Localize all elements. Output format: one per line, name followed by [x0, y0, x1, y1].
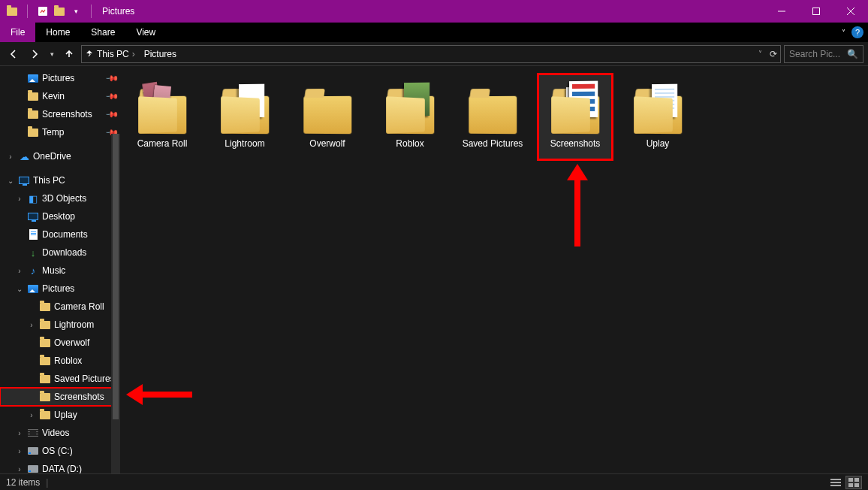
pc-icon	[18, 174, 30, 186]
tree-documents[interactable]: Documents	[0, 225, 120, 243]
pin-icon: 📌	[104, 71, 119, 85]
tree-label: Kevin	[42, 91, 65, 101]
tree-screenshots[interactable]: Screenshots	[0, 388, 120, 406]
qat-dropdown-icon[interactable]: ▾	[70, 5, 82, 17]
folder-label: Uplay	[646, 138, 670, 149]
document-icon	[27, 228, 39, 240]
breadcrumb-label: This PC	[97, 49, 129, 59]
folder-uplay[interactable]: Uplay	[620, 74, 695, 160]
collapse-icon[interactable]: ⌄	[6, 177, 15, 185]
svg-rect-6	[830, 482, 841, 483]
content-pane[interactable]: Camera Roll Lightroom Overwolf Roblox Sa…	[120, 66, 868, 473]
folder-savedpictures[interactable]: Saved Pictures	[455, 74, 530, 160]
tree-onedrive[interactable]: ›OneDrive	[0, 147, 120, 165]
download-icon	[27, 247, 39, 259]
folder-lightroom[interactable]: Lightroom	[207, 74, 282, 160]
tree-label: Saved Pictures	[54, 374, 115, 384]
quick-access-pictures[interactable]: Pictures📌	[0, 69, 120, 87]
tab-view[interactable]: View	[125, 23, 166, 42]
tree-label: Music	[42, 265, 65, 276]
tree-label: Screenshots	[42, 109, 92, 119]
tree-label: Downloads	[42, 247, 86, 258]
tab-file[interactable]: File	[0, 23, 35, 42]
status-item-count: 12 items	[6, 477, 40, 488]
close-button[interactable]	[833, 0, 868, 23]
status-bar: 12 items |	[0, 473, 868, 490]
maximize-button[interactable]	[799, 0, 833, 23]
ribbon-tabs: File Home Share View ˅ ?	[0, 23, 868, 42]
folder-label: Lightroom	[225, 138, 264, 149]
folder-screenshots[interactable]: Screenshots	[538, 74, 613, 160]
music-icon	[27, 265, 39, 277]
tree-label: Uplay	[54, 410, 77, 420]
pin-icon: 📌	[104, 89, 119, 103]
address-bar[interactable]: › This PC› Pictures ˅ ⟳	[81, 45, 781, 63]
search-icon: 🔍	[847, 49, 858, 59]
up-button[interactable]	[60, 45, 78, 63]
view-details-button[interactable]	[827, 476, 844, 489]
minimize-button[interactable]	[764, 0, 799, 23]
tree-label: Temp	[42, 127, 64, 138]
tree-savedpictures[interactable]: Saved Pictures	[0, 370, 120, 388]
sidebar-scrollbar[interactable]	[111, 134, 120, 473]
folder-label: Camera Roll	[137, 138, 188, 149]
tree-downloads[interactable]: Downloads	[0, 243, 120, 262]
tab-home[interactable]: Home	[35, 23, 80, 42]
tree-osc[interactable]: ›OS (C:)	[0, 442, 120, 460]
qat-newfolder-icon[interactable]	[53, 5, 65, 17]
tree-thispc[interactable]: ⌄This PC	[0, 171, 120, 189]
folder-cameraroll[interactable]: Camera Roll	[125, 74, 200, 160]
help-icon[interactable]: ?	[851, 26, 863, 38]
tree-label: OneDrive	[33, 151, 71, 162]
collapse-icon[interactable]: ⌄	[15, 285, 24, 293]
quick-access-toolbar: ▾	[0, 5, 96, 18]
recent-locations-button[interactable]: ▾	[47, 45, 57, 63]
quick-access-kevin[interactable]: Kevin📌	[0, 87, 120, 105]
svg-rect-2	[813, 8, 820, 15]
tree-label: Pictures	[42, 73, 74, 83]
svg-rect-11	[854, 483, 859, 487]
tree-label: Camera Roll	[54, 301, 104, 312]
expand-icon[interactable]: ›	[6, 153, 15, 161]
quick-access-temp[interactable]: Temp📌	[0, 123, 120, 141]
tree-overwolf[interactable]: Overwolf	[0, 334, 120, 352]
tree-label: OS (C:)	[42, 446, 73, 456]
breadcrumb-thispc[interactable]: This PC›	[94, 49, 138, 59]
folder-label: Saved Pictures	[463, 138, 523, 149]
pictures-icon	[27, 283, 39, 295]
tree-3dobjects[interactable]: ›3D Objects	[0, 189, 120, 207]
tree-label: Documents	[42, 229, 88, 240]
tree-cameraroll[interactable]: Camera Roll	[0, 298, 120, 316]
tree-pictures[interactable]: ⌄Pictures	[0, 280, 120, 298]
navigation-pane: Pictures📌 Kevin📌 Screenshots📌 Temp📌 ›One…	[0, 66, 120, 473]
svg-rect-7	[830, 485, 841, 486]
ribbon-expand-icon[interactable]: ˅	[842, 29, 845, 37]
tab-share[interactable]: Share	[80, 23, 125, 42]
tree-label: Screenshots	[54, 392, 104, 402]
tree-desktop[interactable]: Desktop	[0, 207, 120, 225]
tree-music[interactable]: ›Music	[0, 262, 120, 280]
forward-button[interactable]	[26, 45, 44, 63]
tree-uplay[interactable]: ›Uplay	[0, 406, 120, 424]
search-input[interactable]: Search Pic... 🔍	[784, 45, 863, 63]
breadcrumb-pictures[interactable]: Pictures	[141, 49, 179, 59]
tree-roblox[interactable]: Roblox	[0, 352, 120, 370]
tree-label: Desktop	[42, 211, 75, 222]
tree-videos[interactable]: ›Videos	[0, 424, 120, 442]
tree-lightroom[interactable]: ›Lightroom	[0, 316, 120, 334]
back-button[interactable]	[5, 45, 23, 63]
folder-overwolf[interactable]: Overwolf	[290, 74, 365, 160]
tree-datad[interactable]: ›DATA (D:)	[0, 460, 120, 473]
desktop-icon	[27, 210, 39, 222]
view-icons-button[interactable]	[845, 476, 862, 489]
tree-label: Pictures	[42, 283, 74, 294]
quick-access-screenshots[interactable]: Screenshots📌	[0, 105, 120, 123]
folder-roblox[interactable]: Roblox	[372, 74, 448, 160]
search-placeholder: Search Pic...	[789, 49, 844, 59]
refresh-button[interactable]: ⟳	[770, 49, 777, 59]
titlebar: ▾ Pictures	[0, 0, 868, 23]
qat-properties-icon[interactable]	[37, 5, 49, 17]
address-dropdown-icon[interactable]: ˅	[758, 50, 762, 58]
svg-rect-5	[830, 479, 841, 480]
scrollbar-thumb[interactable]	[113, 134, 119, 419]
